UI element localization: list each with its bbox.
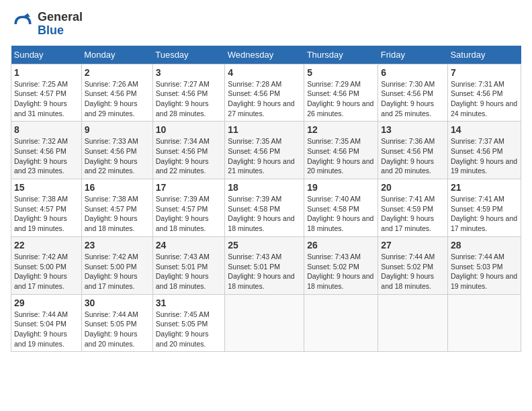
day-number: 20 [381,182,445,193]
calendar-cell: 16 Sunrise: 7:38 AM Sunset: 4:57 PM Dayl… [81,179,152,237]
calendar-cell: 22 Sunrise: 7:42 AM Sunset: 5:00 PM Dayl… [11,236,82,294]
day-info: Sunrise: 7:32 AM Sunset: 4:56 PM Dayligh… [14,136,79,176]
day-info: Sunrise: 7:38 AM Sunset: 4:57 PM Dayligh… [85,194,150,234]
calendar-cell [447,294,521,352]
header-tuesday: Tuesday [152,46,225,64]
day-info: Sunrise: 7:43 AM Sunset: 5:01 PM Dayligh… [228,252,301,291]
header-wednesday: Wednesday [225,46,304,64]
calendar-cell: 12 Sunrise: 7:35 AM Sunset: 4:56 PM Dayl… [304,122,378,179]
day-info: Sunrise: 7:35 AM Sunset: 4:56 PM Dayligh… [228,136,301,176]
calendar-week-row: 29 Sunrise: 7:44 AM Sunset: 5:04 PM Dayl… [11,294,521,352]
logo-blue-text: Blue [38,24,64,37]
calendar-cell: 2 Sunrise: 7:26 AM Sunset: 4:56 PM Dayli… [81,64,152,122]
day-info: Sunrise: 7:44 AM Sunset: 5:05 PM Dayligh… [85,310,150,349]
calendar-cell: 13 Sunrise: 7:36 AM Sunset: 4:56 PM Dayl… [378,122,448,179]
calendar-cell: 1 Sunrise: 7:25 AM Sunset: 4:57 PM Dayli… [11,64,82,122]
day-info: Sunrise: 7:41 AM Sunset: 4:59 PM Dayligh… [451,194,518,234]
day-info: Sunrise: 7:30 AM Sunset: 4:56 PM Dayligh… [381,79,445,119]
day-number: 17 [156,182,222,193]
day-info: Sunrise: 7:37 AM Sunset: 4:56 PM Dayligh… [451,136,518,176]
calendar-cell: 10 Sunrise: 7:34 AM Sunset: 4:56 PM Dayl… [152,122,225,179]
day-info: Sunrise: 7:25 AM Sunset: 4:57 PM Dayligh… [14,79,79,119]
day-info: Sunrise: 7:27 AM Sunset: 4:56 PM Dayligh… [156,79,222,119]
day-number: 1 [14,67,79,78]
day-number: 3 [156,67,222,78]
day-number: 30 [85,298,150,308]
logo: General Blue [11,11,83,38]
day-info: Sunrise: 7:31 AM Sunset: 4:56 PM Dayligh… [451,79,518,119]
calendar-cell: 28 Sunrise: 7:44 AM Sunset: 5:03 PM Dayl… [447,236,521,294]
calendar-cell [225,294,304,352]
day-info: Sunrise: 7:45 AM Sunset: 5:05 PM Dayligh… [156,310,222,349]
calendar-cell: 5 Sunrise: 7:29 AM Sunset: 4:56 PM Dayli… [304,64,378,122]
day-info: Sunrise: 7:28 AM Sunset: 4:56 PM Dayligh… [228,79,301,119]
day-number: 13 [381,124,445,135]
day-number: 4 [228,67,301,78]
calendar-week-row: 15 Sunrise: 7:38 AM Sunset: 4:57 PM Dayl… [11,179,521,237]
calendar-week-row: 22 Sunrise: 7:42 AM Sunset: 5:00 PM Dayl… [11,236,521,294]
day-number: 9 [85,124,150,135]
calendar-cell: 19 Sunrise: 7:40 AM Sunset: 4:58 PM Dayl… [304,179,378,237]
header-friday: Friday [378,46,448,64]
calendar-cell: 6 Sunrise: 7:30 AM Sunset: 4:56 PM Dayli… [378,64,448,122]
day-info: Sunrise: 7:44 AM Sunset: 5:03 PM Dayligh… [451,252,518,291]
calendar-cell: 24 Sunrise: 7:43 AM Sunset: 5:01 PM Dayl… [152,236,225,294]
logo-text: General Blue [38,11,83,38]
calendar-cell: 11 Sunrise: 7:35 AM Sunset: 4:56 PM Dayl… [225,122,304,179]
day-info: Sunrise: 7:44 AM Sunset: 5:04 PM Dayligh… [14,310,79,349]
day-info: Sunrise: 7:42 AM Sunset: 5:00 PM Dayligh… [14,252,79,291]
logo-icon [11,12,35,36]
day-info: Sunrise: 7:42 AM Sunset: 5:00 PM Dayligh… [85,252,150,291]
day-number: 16 [85,182,150,193]
calendar-cell: 20 Sunrise: 7:41 AM Sunset: 4:59 PM Dayl… [378,179,448,237]
day-info: Sunrise: 7:44 AM Sunset: 5:02 PM Dayligh… [381,252,445,291]
calendar-cell: 9 Sunrise: 7:33 AM Sunset: 4:56 PM Dayli… [81,122,152,179]
day-info: Sunrise: 7:38 AM Sunset: 4:57 PM Dayligh… [14,194,79,234]
day-number: 2 [85,67,150,78]
day-number: 28 [451,240,518,250]
day-info: Sunrise: 7:36 AM Sunset: 4:56 PM Dayligh… [381,136,445,176]
day-info: Sunrise: 7:43 AM Sunset: 5:02 PM Dayligh… [307,252,375,291]
calendar-cell: 23 Sunrise: 7:42 AM Sunset: 5:00 PM Dayl… [81,236,152,294]
calendar-cell: 29 Sunrise: 7:44 AM Sunset: 5:04 PM Dayl… [11,294,82,352]
day-info: Sunrise: 7:41 AM Sunset: 4:59 PM Dayligh… [381,194,445,234]
header-sunday: Sunday [11,46,82,64]
calendar-table: SundayMondayTuesdayWednesdayThursdayFrid… [11,46,521,353]
calendar-cell [378,294,448,352]
calendar-week-row: 8 Sunrise: 7:32 AM Sunset: 4:56 PM Dayli… [11,122,521,179]
calendar-cell: 3 Sunrise: 7:27 AM Sunset: 4:56 PM Dayli… [152,64,225,122]
day-number: 27 [381,240,445,250]
day-number: 29 [14,298,79,308]
day-number: 31 [156,298,222,308]
calendar-cell: 18 Sunrise: 7:39 AM Sunset: 4:58 PM Dayl… [225,179,304,237]
day-number: 5 [307,67,375,78]
header-thursday: Thursday [304,46,378,64]
header-monday: Monday [81,46,152,64]
day-info: Sunrise: 7:39 AM Sunset: 4:57 PM Dayligh… [156,194,222,234]
day-number: 25 [228,240,301,250]
day-number: 14 [451,124,518,135]
calendar-cell: 30 Sunrise: 7:44 AM Sunset: 5:05 PM Dayl… [81,294,152,352]
day-number: 26 [307,240,375,250]
day-info: Sunrise: 7:33 AM Sunset: 4:56 PM Dayligh… [85,136,150,176]
day-number: 11 [228,124,301,135]
calendar-cell: 4 Sunrise: 7:28 AM Sunset: 4:56 PM Dayli… [225,64,304,122]
day-number: 21 [451,182,518,193]
calendar-week-row: 1 Sunrise: 7:25 AM Sunset: 4:57 PM Dayli… [11,64,521,122]
calendar-cell: 8 Sunrise: 7:32 AM Sunset: 4:56 PM Dayli… [11,122,82,179]
day-number: 12 [307,124,375,135]
day-info: Sunrise: 7:29 AM Sunset: 4:56 PM Dayligh… [307,79,375,119]
calendar-cell: 27 Sunrise: 7:44 AM Sunset: 5:02 PM Dayl… [378,236,448,294]
calendar-cell: 7 Sunrise: 7:31 AM Sunset: 4:56 PM Dayli… [447,64,521,122]
calendar-cell: 14 Sunrise: 7:37 AM Sunset: 4:56 PM Dayl… [447,122,521,179]
day-info: Sunrise: 7:40 AM Sunset: 4:58 PM Dayligh… [307,194,375,234]
day-info: Sunrise: 7:43 AM Sunset: 5:01 PM Dayligh… [156,252,222,291]
day-number: 22 [14,240,79,250]
calendar-cell: 25 Sunrise: 7:43 AM Sunset: 5:01 PM Dayl… [225,236,304,294]
day-info: Sunrise: 7:35 AM Sunset: 4:56 PM Dayligh… [307,136,375,176]
calendar-cell: 17 Sunrise: 7:39 AM Sunset: 4:57 PM Dayl… [152,179,225,237]
day-number: 23 [85,240,150,250]
day-number: 8 [14,124,79,135]
header-saturday: Saturday [447,46,521,64]
day-info: Sunrise: 7:34 AM Sunset: 4:56 PM Dayligh… [156,136,222,176]
